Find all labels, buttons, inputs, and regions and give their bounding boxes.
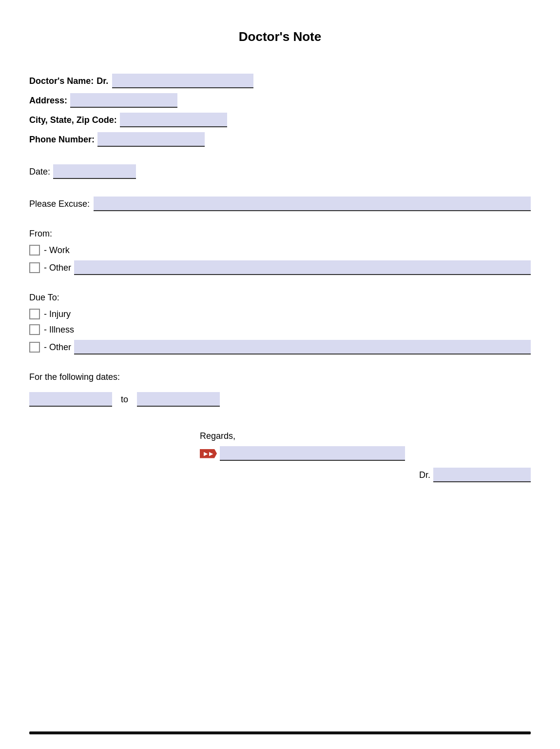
signature-input[interactable] bbox=[220, 446, 405, 461]
from-other-row: - Other bbox=[29, 260, 531, 275]
injury-label: - Injury bbox=[44, 309, 71, 319]
stamp-icon: ▶ ▶ bbox=[200, 449, 217, 458]
to-label: to bbox=[121, 394, 128, 405]
from-section: From: - Work - Other bbox=[29, 229, 531, 275]
from-other-checkbox[interactable] bbox=[29, 262, 40, 273]
due-other-row: - Other bbox=[29, 340, 531, 355]
date-section: Date: bbox=[29, 164, 531, 179]
dr-label: Dr. bbox=[419, 470, 430, 480]
signature-stamp-row: ▶ ▶ bbox=[200, 446, 405, 461]
date-row: Date: bbox=[29, 164, 531, 179]
doctors-name-input[interactable] bbox=[112, 74, 253, 88]
illness-checkbox[interactable] bbox=[29, 324, 40, 335]
from-other-input[interactable] bbox=[74, 260, 531, 275]
from-label: From: bbox=[29, 229, 531, 239]
doctor-info-section: Doctor's Name: Dr. Address: City, State,… bbox=[29, 74, 531, 147]
please-excuse-row: Please Excuse: bbox=[29, 197, 531, 211]
phone-label: Phone Number: bbox=[29, 135, 95, 145]
illness-label: - Illness bbox=[44, 325, 74, 335]
signature-section: Regards, ▶ ▶ Dr. bbox=[29, 431, 531, 482]
regards-text: Regards, bbox=[200, 431, 235, 441]
please-excuse-input[interactable] bbox=[94, 197, 531, 211]
injury-row: - Injury bbox=[29, 309, 531, 319]
date-to-input[interactable] bbox=[137, 392, 220, 407]
doctors-name-prefix: Dr. bbox=[97, 76, 108, 86]
due-to-label: Due To: bbox=[29, 293, 531, 303]
due-other-label: - Other bbox=[44, 342, 71, 353]
phone-row: Phone Number: bbox=[29, 132, 531, 147]
bottom-bar bbox=[29, 731, 531, 734]
work-checkbox[interactable] bbox=[29, 245, 40, 256]
address-label: Address: bbox=[29, 96, 67, 106]
dates-row: to bbox=[29, 392, 531, 407]
following-dates-label: For the following dates: bbox=[29, 372, 531, 382]
doctors-name-label: Doctor's Name: bbox=[29, 76, 94, 86]
address-input[interactable] bbox=[70, 93, 177, 108]
work-row: - Work bbox=[29, 245, 531, 256]
please-excuse-section: Please Excuse: bbox=[29, 197, 531, 211]
work-label: - Work bbox=[44, 245, 70, 256]
please-excuse-label: Please Excuse: bbox=[29, 199, 90, 209]
page-title: Doctor's Note bbox=[29, 29, 531, 44]
due-other-input[interactable] bbox=[74, 340, 531, 355]
phone-input[interactable] bbox=[97, 132, 205, 147]
city-state-zip-row: City, State, Zip Code: bbox=[29, 113, 531, 127]
due-other-checkbox[interactable] bbox=[29, 342, 40, 353]
dates-section: For the following dates: to bbox=[29, 372, 531, 407]
illness-row: - Illness bbox=[29, 324, 531, 335]
due-to-section: Due To: - Injury - Illness - Other bbox=[29, 293, 531, 355]
date-from-input[interactable] bbox=[29, 392, 112, 407]
date-input[interactable] bbox=[53, 164, 136, 179]
address-row: Address: bbox=[29, 93, 531, 108]
injury-checkbox[interactable] bbox=[29, 309, 40, 319]
from-other-label: - Other bbox=[44, 263, 71, 273]
city-state-zip-input[interactable] bbox=[120, 113, 227, 127]
dr-input[interactable] bbox=[433, 468, 531, 482]
date-label: Date: bbox=[29, 167, 50, 177]
doctors-name-row: Doctor's Name: Dr. bbox=[29, 74, 531, 88]
dr-row: Dr. bbox=[419, 468, 531, 482]
city-state-zip-label: City, State, Zip Code: bbox=[29, 115, 117, 125]
